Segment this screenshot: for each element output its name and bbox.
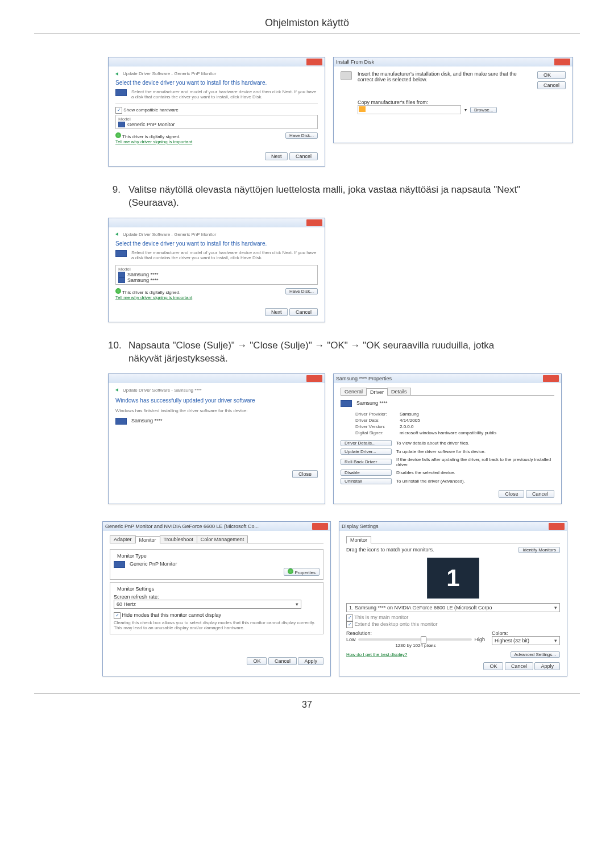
monitor-icon [118,277,125,283]
chevron-down-icon: ▾ [554,605,557,610]
tab-troubleshoot[interactable]: Troubleshoot [160,535,197,543]
dialog-device-properties: Samsung **** Properties General Driver D… [333,373,562,504]
dialog-subtext: Select the manufacturer and model of you… [131,250,318,260]
shield-icon [115,288,121,294]
chevron-down-icon: ▾ [296,601,298,607]
instruction-9: 9. Valitse näytöllä olevasta näyttöjen l… [108,184,580,210]
signed-text: This driver is digitally signed. [122,290,180,295]
advanced-settings-button[interactable]: Advanced Settings... [511,651,560,658]
driver-provider: Samsung [400,412,419,417]
cancel-button[interactable]: Cancel [526,490,554,498]
driver-date: 4/14/2005 [400,418,420,423]
rollback-button[interactable]: Roll Back Driver [341,459,392,465]
show-compatible-check[interactable]: ✓ Show compatible hardware [115,107,318,114]
hide-modes-label: Hide modes that this monitor cannot disp… [122,612,222,618]
copy-from-label: Copy manufacturer's files from: [358,99,532,105]
path-input[interactable] [358,105,461,114]
colors-select[interactable]: Highest (32 bit)▾ [492,636,560,645]
next-button[interactable]: Next [265,152,288,160]
have-disk-button[interactable]: Have Disk... [285,132,318,139]
driver-details-button[interactable]: Driver Details... [341,440,392,446]
dialog-monitor-adapter: Generic PnP Monitor and NVIDIA GeForce 6… [102,521,331,676]
disable-button[interactable]: Disable [341,470,392,476]
back-icon[interactable] [115,388,118,392]
ok-button[interactable]: OK [537,71,566,79]
shield-icon [115,132,121,138]
next-button[interactable]: Next [265,308,288,316]
properties-button[interactable]: Properties [284,568,320,576]
close-icon[interactable] [554,59,570,65]
tab-monitor[interactable]: Monitor [346,536,371,543]
best-display-link[interactable]: How do I get the best display? [346,652,407,657]
refresh-rate-label: Screen refresh rate: [114,594,320,600]
main-monitor-label: This is my main monitor [354,614,408,620]
apply-button[interactable]: Apply [534,662,560,670]
close-icon[interactable] [306,59,322,65]
update-driver-button[interactable]: Update Driver... [341,448,392,455]
close-button[interactable]: Close [499,490,524,498]
monitor-icon [118,122,125,127]
dialog-display-settings: Display Settings Monitor Drag the icons … [339,521,567,676]
extend-desktop-checkbox: ✓ [346,621,353,628]
back-icon[interactable] [115,232,118,236]
cancel-button[interactable]: Cancel [289,152,318,160]
resolution-value: 1280 by 1024 pixels [346,643,485,648]
hide-modes-checkbox[interactable]: ✓ [114,612,121,619]
close-icon[interactable] [549,523,565,530]
dialog-subtext: Select the manufacturer and model of you… [131,89,318,99]
install-text: Insert the manufacturer's installation d… [358,71,532,82]
header-rule [34,34,580,34]
back-icon[interactable] [115,72,118,76]
cancel-button[interactable]: Cancel [289,308,318,316]
uninstall-button[interactable]: Uninstall [341,478,392,484]
apply-button[interactable]: Apply [298,657,323,665]
monitor-icon [115,250,127,257]
ok-button[interactable]: OK [247,657,267,665]
tab-monitor[interactable]: Monitor [135,536,160,543]
monitor-icon [115,418,127,425]
monitor-icon [114,561,125,568]
tab-details[interactable]: Details [387,388,411,395]
shield-icon [288,568,293,574]
page-number: 37 [34,693,580,710]
dialog-heading: Select the device driver you want to ins… [115,80,318,86]
have-disk-button[interactable]: Have Disk... [285,288,318,294]
breadcrumb: Update Driver Software - Generic PnP Mon… [123,71,216,76]
disk-icon [341,71,352,80]
close-icon[interactable] [306,219,322,226]
model-label: Model [118,267,315,272]
colors-label: Colors: [492,630,560,636]
tab-adapter[interactable]: Adapter [110,535,136,543]
close-icon[interactable] [306,375,322,382]
close-icon[interactable] [543,375,559,382]
model-item-2[interactable]: Samsung **** [118,277,315,283]
hide-modes-desc: Clearing this check box allows you to se… [114,620,320,630]
resolution-slider[interactable] [358,638,472,641]
dialog-install-from-disk: Install From Disk Insert the manufacture… [333,57,573,143]
cancel-button[interactable]: Cancel [537,81,566,89]
identify-monitors-button[interactable]: Identify Monitors [518,547,560,553]
monitor-thumbnail[interactable]: 1 [427,558,479,599]
cancel-button[interactable]: Cancel [268,657,297,665]
signing-link[interactable]: Tell me why driver signing is important [115,295,192,300]
monitor-type-value: Generic PnP Monitor [130,561,177,567]
resolution-label: Resolution: [346,630,485,636]
close-icon[interactable] [312,523,328,530]
close-button[interactable]: Close [292,470,318,478]
tab-driver[interactable]: Driver [366,388,388,396]
signing-link[interactable]: Tell me why driver signing is important [115,139,192,144]
monitor-select[interactable]: 1. Samsung **** on NVIDIA GeForce 6600 L… [346,603,560,612]
ok-button[interactable]: OK [483,662,503,670]
model-item-1[interactable]: Samsung **** [118,272,315,277]
instruction-10: 10. Napsauta "Close (Sulje)" → "Close (S… [108,339,580,366]
success-heading: Windows has successfully updated your dr… [115,397,318,404]
cancel-button[interactable]: Cancel [505,662,533,670]
dialog-title: Generic PnP Monitor and NVIDIA GeForce 6… [105,524,259,529]
browse-button[interactable]: Browse... [470,107,497,113]
extend-desktop-label: Extend the desktop onto this monitor [355,621,438,627]
digital-signer: microsoft windows hardware compatibility… [400,430,496,435]
tab-color-management[interactable]: Color Management [197,535,248,543]
model-item[interactable]: Generic PnP Monitor [118,122,315,127]
tab-general[interactable]: General [341,388,367,395]
refresh-rate-select[interactable]: 60 Hertz▾ [114,600,301,609]
